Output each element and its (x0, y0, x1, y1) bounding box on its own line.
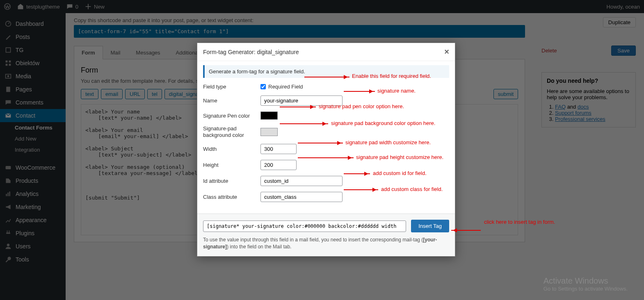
label-pen-color: Signature Pen color (203, 113, 260, 119)
annotation-arrow (280, 123, 328, 124)
annotation-width: signature pad width customize here. (345, 139, 431, 145)
label-width: Width (203, 146, 260, 152)
annotation-insert: click here to insert tag in form. (484, 219, 555, 225)
modal-title: Form-tag Generator: digital_signature (203, 49, 299, 55)
modal-close-button[interactable]: × (444, 47, 449, 57)
id-input[interactable] (260, 176, 343, 186)
annotation-arrow (280, 107, 316, 107)
class-input[interactable] (260, 192, 343, 202)
generated-tag-input[interactable] (203, 220, 406, 232)
bg-color-swatch[interactable] (260, 128, 278, 136)
label-field-type: Field type (203, 84, 260, 90)
annotation-height: signature pad height customize here. (356, 154, 443, 160)
annotation-arrow (344, 189, 378, 190)
label-class: Class attribute (203, 194, 260, 200)
annotation-arrow (344, 173, 370, 174)
annotation-id: add custom id for field. (373, 170, 427, 176)
label-height: Height (203, 162, 260, 168)
modal-foot-note: To use the value input through this fiel… (203, 236, 449, 250)
insert-tag-button[interactable]: Insert Tag (411, 220, 449, 232)
annotation-bg: signature pad background color option he… (331, 120, 435, 126)
annotation-arrow (451, 230, 481, 231)
label-id: Id attribute (203, 178, 260, 184)
width-input[interactable] (260, 144, 297, 154)
pen-color-swatch[interactable] (260, 111, 278, 120)
required-label: Required Field (268, 84, 303, 90)
windows-watermark: Activate Windows Go to Settings to activ… (544, 276, 628, 292)
label-name: Name (203, 98, 260, 104)
annotation-arrow (304, 77, 349, 77)
annotation-required: Enable this field for required field. (352, 73, 431, 79)
required-checkbox[interactable] (260, 84, 266, 89)
annotation-class: add custom class for field. (381, 186, 443, 192)
annotation-arrow (298, 143, 343, 143)
height-input[interactable] (260, 160, 297, 170)
annotation-arrow (344, 91, 375, 92)
annotation-name: signature name. (377, 88, 416, 94)
label-bg-color: Signature-pad background color (203, 125, 260, 138)
annotation-arrow (298, 157, 354, 158)
annotation-pen: signature pad pen color option here. (319, 103, 404, 109)
